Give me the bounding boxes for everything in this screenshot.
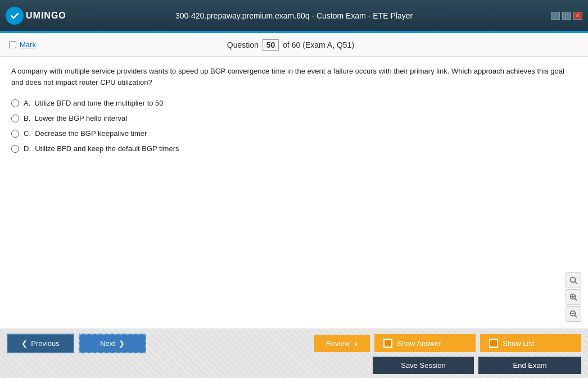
zoom-controls (566, 272, 581, 322)
end-exam-label: End Exam (513, 361, 547, 370)
show-answer-label: Show Answer (397, 339, 441, 348)
review-arrow-icon: ▲ (353, 340, 359, 347)
review-label: Review (325, 339, 350, 348)
option-item-d[interactable]: D. Utilize BFD and keep the default BGP … (11, 144, 577, 153)
save-session-button[interactable]: Save Session (373, 357, 474, 374)
previous-label: Previous (31, 339, 60, 348)
options-list: A. Utilize BFD and tune the multiplier t… (11, 99, 577, 153)
next-button[interactable]: Next ❯ (79, 334, 146, 353)
close-button[interactable]: ✕ (573, 12, 582, 20)
option-label-d: D. Utilize BFD and keep the default BGP … (24, 144, 179, 153)
svg-point-1 (571, 277, 576, 283)
option-radio-a[interactable] (11, 99, 19, 107)
question-header: Mark Question 50 of 60 (Exam A, Q51) (0, 33, 588, 57)
option-item-b[interactable]: B. Lower the BGP hello interval (11, 114, 577, 122)
window-controls: – □ ✕ (551, 12, 582, 20)
show-list-label: Show List (503, 339, 534, 348)
end-exam-button[interactable]: End Exam (478, 357, 581, 374)
main-content: A company with multiple service provider… (0, 57, 588, 329)
show-answer-icon (383, 339, 392, 348)
option-radio-c[interactable] (11, 130, 19, 138)
mark-label: Mark (20, 40, 36, 49)
option-radio-b[interactable] (11, 115, 19, 122)
option-item-c[interactable]: C. Decrease the BGP keepalive timer (11, 129, 577, 138)
mark-checkbox[interactable]: Mark (9, 40, 36, 49)
show-answer-button[interactable]: Show Answer (374, 334, 476, 352)
question-of-label: of 60 (Exam A, Q51) (283, 40, 354, 49)
option-label-c: C. Decrease the BGP keepalive timer (24, 129, 147, 138)
review-button[interactable]: Review ▲ (314, 335, 370, 352)
title-bar: UMINGO 300-420.prepaway.premium.exam.60q… (0, 0, 588, 31)
restore-button[interactable]: □ (562, 12, 571, 20)
minimize-button[interactable]: – (551, 12, 560, 20)
window-title: 300-420.prepaway.premium.exam.60q - Cust… (175, 11, 413, 20)
bottom-row-2: Save Session End Exam (7, 357, 581, 374)
show-list-icon (489, 339, 498, 348)
prev-chevron-icon: ❮ (21, 339, 28, 348)
svg-line-2 (575, 282, 577, 284)
zoom-out-button[interactable] (566, 306, 581, 322)
option-radio-d[interactable] (11, 145, 19, 153)
question-text: A company with multiple service provider… (11, 66, 577, 88)
option-label-a: A. Utilize BFD and tune the multiplier t… (24, 99, 164, 107)
bottom-bar: ❮ Previous Next ❯ Review ▲ Show Answer S… (0, 329, 588, 378)
bottom-row-1: ❮ Previous Next ❯ Review ▲ Show Answer S… (7, 334, 581, 353)
question-number-display: Question 50 of 60 (Exam A, Q51) (227, 39, 354, 51)
previous-button[interactable]: ❮ Previous (7, 334, 74, 353)
logo-text: UMINGO (26, 11, 66, 21)
logo: UMINGO (6, 7, 66, 25)
logo-area: UMINGO (6, 7, 66, 25)
next-chevron-icon: ❯ (119, 339, 125, 348)
save-session-label: Save Session (401, 361, 446, 370)
question-number-box: 50 (263, 39, 279, 51)
svg-line-4 (575, 299, 577, 301)
next-label: Next (100, 339, 115, 348)
show-list-button[interactable]: Show List (480, 334, 581, 352)
question-label: Question (227, 40, 259, 49)
svg-line-8 (575, 316, 577, 318)
option-item-a[interactable]: A. Utilize BFD and tune the multiplier t… (11, 99, 577, 107)
mark-checkbox-input[interactable] (9, 41, 16, 48)
zoom-in-button[interactable] (566, 289, 581, 305)
search-zoom-button[interactable] (566, 272, 581, 288)
option-label-b: B. Lower the BGP hello interval (24, 114, 127, 122)
logo-icon (6, 7, 24, 25)
